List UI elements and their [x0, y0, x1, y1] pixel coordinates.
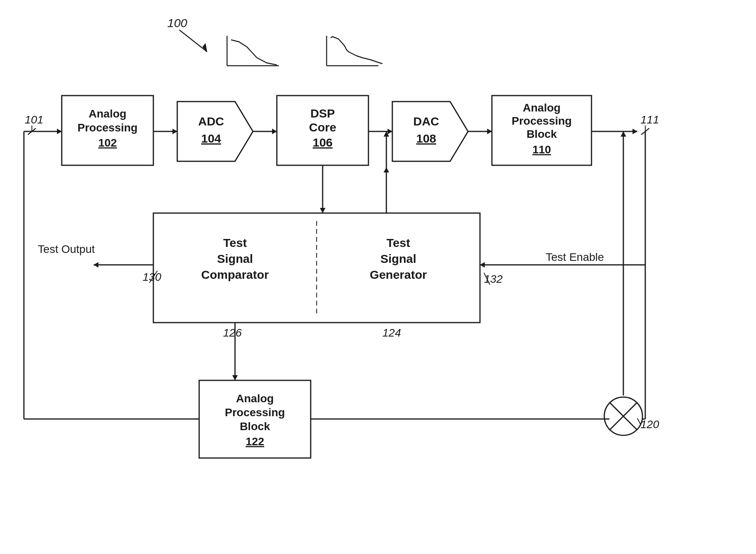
- svg-marker-11: [172, 129, 177, 134]
- svg-marker-26: [94, 262, 98, 268]
- diagram-container: 100 101 Analog Processing 102: [0, 0, 756, 554]
- ref-100: 100: [167, 16, 187, 29]
- svg-marker-36: [232, 375, 238, 380]
- svg-marker-17: [487, 129, 492, 134]
- dac-108-label2: 108: [416, 132, 436, 145]
- signal-graph-2: [327, 36, 382, 66]
- svg-line-44: [637, 418, 640, 424]
- test-signal-generator-label2: Signal: [380, 252, 416, 265]
- svg-marker-32: [384, 167, 389, 172]
- analog-processing-102-label1: Analog: [89, 108, 127, 120]
- adc-104-label2: 104: [201, 132, 221, 145]
- ref-101: 101: [25, 114, 43, 126]
- svg-marker-13: [272, 129, 277, 134]
- signal-graph-1: [227, 36, 279, 66]
- svg-marker-15: [388, 129, 392, 134]
- svg-marker-29: [480, 262, 485, 268]
- svg-marker-19: [633, 129, 637, 134]
- analog-processing-122-label3: Block: [240, 420, 270, 433]
- test-signal-generator-label3: Generator: [370, 268, 427, 281]
- test-signal-generator-label1: Test: [386, 236, 410, 249]
- analog-processing-110-label4: 110: [533, 143, 551, 156]
- dsp-core-106-label1: DSP: [310, 107, 335, 120]
- test-output-label: Test Output: [38, 243, 95, 255]
- switch-120: 120: [578, 131, 659, 435]
- adc-104-block: [177, 102, 253, 161]
- svg-line-0: [179, 30, 207, 52]
- ref-111: 111: [640, 114, 659, 126]
- ref-120: 120: [640, 418, 659, 431]
- ref-130: 130: [143, 271, 161, 283]
- analog-processing-102-label2: Processing: [78, 121, 138, 134]
- test-enable-label: Test Enable: [546, 251, 604, 263]
- test-signal-comparator-label3: Comparator: [201, 268, 269, 281]
- test-signal-comparator-label1: Test: [223, 236, 247, 249]
- analog-processing-110-label2: Processing: [512, 115, 572, 127]
- test-signal-comparator-label2: Signal: [217, 252, 253, 265]
- analog-processing-102-label3: 102: [98, 137, 117, 149]
- ref-124: 124: [382, 327, 401, 339]
- analog-processing-122-label4: 122: [246, 435, 264, 448]
- analog-processing-110-label3: Block: [527, 128, 557, 140]
- ref-126: 126: [223, 327, 242, 339]
- svg-marker-7: [57, 129, 62, 134]
- analog-processing-122-label1: Analog: [236, 392, 274, 405]
- dsp-core-106-label3: 106: [313, 136, 333, 149]
- svg-marker-23: [320, 208, 325, 213]
- svg-marker-43: [621, 131, 626, 137]
- adc-104-label1: ADC: [198, 115, 224, 128]
- dac-108-label1: DAC: [413, 115, 439, 128]
- dsp-core-106-label2: Core: [309, 121, 336, 134]
- dac-108-block: [392, 102, 468, 161]
- analog-processing-122-label2: Processing: [225, 406, 285, 419]
- analog-processing-110-label1: Analog: [523, 102, 561, 114]
